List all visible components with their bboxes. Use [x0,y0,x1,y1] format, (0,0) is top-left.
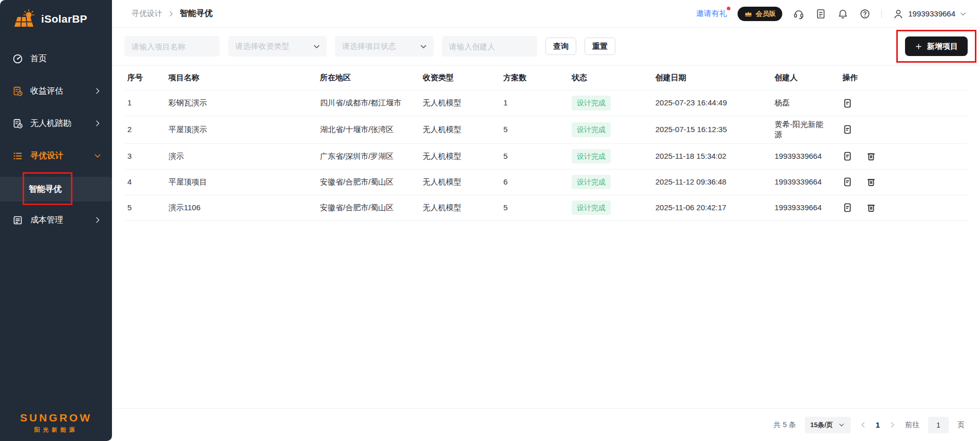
row-actions [839,174,968,190]
sidebar-item-label: 首页 [30,53,102,64]
row-index: 1 [124,95,165,111]
column-header: 方案数 [500,69,569,86]
goto-page-input[interactable] [928,417,949,433]
sidebar-item-smart-optimization[interactable]: 智能寻优 [0,177,112,201]
created-date: 2025-11-06 20:42:17 [652,199,771,216]
project-region: 湖北省/十堰市/张湾区 [317,121,420,138]
table-row: 4平屋顶项目安徽省/合肥市/蜀山区无人机模型6设计完成2025-11-12 09… [124,170,968,195]
plan-count: 1 [500,95,569,111]
row-actions [839,95,968,112]
row-index: 4 [124,174,165,190]
chevron-right-icon [93,119,102,127]
investment-type: 无人机模型 [420,95,500,111]
new-project-button[interactable]: 新增项目 [905,36,968,56]
sidebar-item-drone-survey[interactable]: 无人机踏勘 [0,112,112,135]
view-report-icon[interactable] [842,124,853,135]
plan-count: 6 [500,174,569,190]
project-name-input[interactable] [124,36,220,57]
view-report-icon[interactable] [842,177,853,187]
view-report-icon[interactable] [842,151,853,161]
next-page-icon[interactable] [889,421,896,429]
page-size-select[interactable]: 15条/页 [805,417,851,433]
table-row: 5演示1106安徽省/合肥市/蜀山区无人机模型5设计完成2025-11-06 2… [124,195,968,221]
sidebar-item-cost-management[interactable]: 成本管理 [0,209,112,231]
creator: 19939339664 [771,148,839,164]
project-region: 安徽省/合肥市/蜀山区 [317,199,420,216]
crown-icon [744,10,752,17]
column-header: 操作 [839,69,968,86]
sungrow-tagline: 阳光新能源 [0,426,112,434]
query-button[interactable]: 查询 [545,38,576,55]
sidebar-item-label: 成本管理 [30,215,86,226]
creator: 19939339664 [771,199,839,216]
project-name: 演示1106 [165,199,317,216]
goto-label: 前往 [905,420,919,430]
table-header-row: 序号项目名称所在地区收资类型方案数状态创建日期创建人操作 [124,66,968,90]
chevron-right-icon [93,216,102,224]
user-phone: 19939339664 [908,9,955,18]
chevron-down-icon [959,10,967,17]
table-row: 3演示广东省/深圳市/罗湖区无人机模型5设计完成2025-11-18 15:34… [124,144,968,170]
member-badge[interactable]: 会员版 [738,7,782,21]
row-index: 2 [124,121,165,138]
project-region: 四川省/成都市/都江堰市 [317,95,420,111]
row-actions [839,199,968,216]
created-date: 2025-07-15 16:12:35 [652,121,771,138]
creator: 19939339664 [771,174,839,190]
chevron-down-icon [313,43,321,50]
view-report-icon[interactable] [842,98,853,108]
table-row: 1彩钢瓦演示四川省/成都市/都江堰市无人机模型1设计完成2025-07-23 1… [124,90,968,116]
investment-type-select[interactable]: 请选择收资类型 [228,36,327,57]
sidebar-item-label: 寻优设计 [30,151,86,161]
row-actions [839,148,968,164]
prev-page-icon[interactable] [859,421,867,429]
creator: 杨磊 [771,95,839,111]
app-logo: iSolarBP [0,0,112,39]
new-project-wrapper: 新增项目 [905,36,968,56]
sidebar-footer: SUNGROW 阳光新能源 [0,412,112,434]
page-title: 智能寻优 [180,8,213,19]
bell-icon[interactable] [837,8,849,20]
created-date: 2025-07-23 16:44:49 [652,95,771,111]
ledger-icon [12,215,23,226]
projects-table: 序号项目名称所在地区收资类型方案数状态创建日期创建人操作 1彩钢瓦演示四川省/成… [124,66,968,221]
delete-icon[interactable] [866,203,876,213]
document-icon[interactable] [815,8,826,20]
sidebar: iSolarBP 首页 收益评估 [0,0,112,441]
project-status-select[interactable]: 请选择项目状态 [335,36,434,57]
sidebar-item-revenue-evaluation[interactable]: 收益评估 [0,80,112,102]
project-name: 彩钢瓦演示 [165,95,317,111]
sidebar-item-home[interactable]: 首页 [0,47,112,70]
sidebar-item-optimization-design[interactable]: 寻优设计 [0,144,112,167]
status-badge: 设计完成 [572,96,611,111]
investment-type: 无人机模型 [420,174,500,190]
help-icon[interactable] [859,8,871,20]
breadcrumb: 寻优设计 智能寻优 [131,8,213,19]
dashboard-icon [12,53,23,64]
main-content: 寻优设计 智能寻优 邀请有礼 会员版 [112,0,980,441]
user-menu[interactable]: 19939339664 [893,8,967,20]
top-bar-right: 邀请有礼 会员版 [696,7,967,21]
table-row: 2平屋顶演示湖北省/十堰市/张湾区无人机模型5设计完成2025-07-15 16… [124,116,968,144]
delete-icon[interactable] [866,151,876,161]
chevron-down-icon [93,152,102,160]
view-report-icon[interactable] [842,203,853,213]
created-date: 2025-11-18 15:34:02 [652,148,771,164]
table-body: 1彩钢瓦演示四川省/成都市/都江堰市无人机模型1设计完成2025-07-23 1… [124,90,968,221]
created-date: 2025-11-12 09:36:48 [652,174,771,190]
page-unit-label: 页 [957,420,965,430]
user-icon [893,8,904,20]
content-spacer [112,221,980,409]
breadcrumb-parent[interactable]: 寻优设计 [131,9,162,19]
status-badge: 设计完成 [572,200,611,215]
delete-icon[interactable] [866,177,876,187]
row-actions [839,121,968,138]
status-badge: 设计完成 [572,149,611,164]
reset-button[interactable]: 重置 [585,38,615,55]
invite-link[interactable]: 邀请有礼 [696,9,727,19]
creator-input[interactable] [442,36,537,57]
current-page[interactable]: 1 [876,420,880,429]
headset-icon[interactable] [793,8,804,20]
chevron-down-icon [838,421,845,428]
project-region: 广东省/深圳市/罗湖区 [317,148,420,164]
